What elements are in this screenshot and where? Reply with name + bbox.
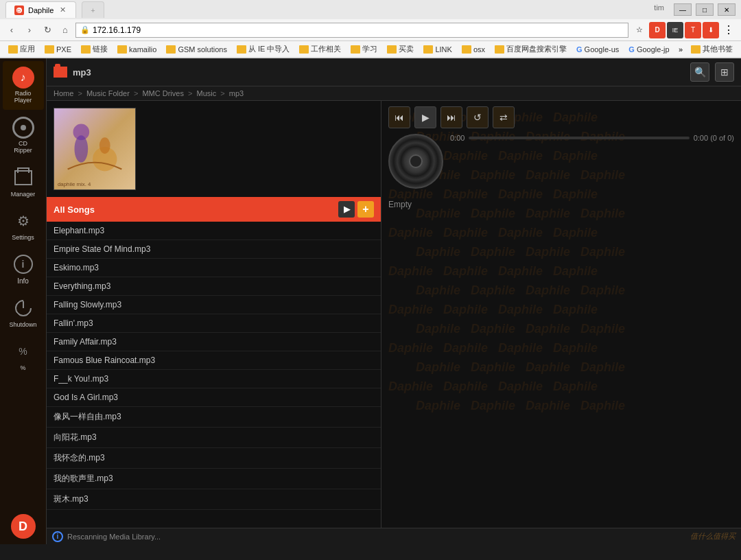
sidebar-item-radio-player[interactable]: ♪ RadioPlayer [3,61,44,110]
list-item[interactable]: God Is A Girl.mp3 [47,388,381,407]
bm-label: 应用 [20,44,35,54]
sidebar-item-info[interactable]: i Info [3,248,44,290]
maximize-btn[interactable]: □ [696,3,714,16]
bm-label-11: osx [473,45,485,54]
breadcrumb-home[interactable]: Home [54,89,73,97]
sidebar-item-manager[interactable]: Manager [3,161,44,203]
nav-bar: ‹ › ↻ ⌂ 🔒 172.16.1.179 ☆ D IE T ⬇ ⋮ [0,19,741,41]
back-btn[interactable]: ‹ [4,23,19,38]
list-item[interactable]: 斑木.mp3 [47,489,381,510]
bm-folder-icon-8 [351,45,360,54]
ext-icon-3[interactable]: T [685,22,701,38]
list-item[interactable]: 我的歌声里.mp3 [47,469,381,489]
sidebar-item-shutdown[interactable]: Shutdown [3,292,44,334]
bm-work[interactable]: 工作相关 [295,43,345,56]
list-item[interactable]: Elephant.mp3 [47,222,381,240]
breadcrumb-mmc-drives[interactable]: MMC Drives [142,89,184,97]
breadcrumb-music[interactable]: Music [197,89,217,97]
song-name: God Is A Girl.mp3 [54,393,118,402]
progress-bar[interactable] [469,137,689,139]
repeat-btn[interactable]: ↺ [467,106,489,128]
sidebar-item-percent[interactable]: % % [3,335,44,377]
list-item[interactable]: Eskimo.mp3 [47,259,381,277]
close-btn[interactable]: ✕ [718,3,736,16]
bm-other[interactable]: 其他书签 [687,43,737,56]
status-right: 值什么值得买 [690,531,736,541]
bm-buy[interactable]: 买卖 [383,43,418,56]
window-user: tim [654,3,664,16]
sidebar-item-settings[interactable]: ⚙ Settings [3,205,44,246]
ext-icon-4[interactable]: ⬇ [703,22,719,38]
breadcrumb-mp3[interactable]: mp3 [229,89,244,97]
svg-point-5 [75,135,89,162]
song-name: Empire State Of Mind.mp3 [54,244,150,254]
list-item[interactable]: Empire State Of Mind.mp3 [47,240,381,259]
bm-linkf[interactable]: LINK [419,43,456,56]
bm-folder-icon [8,45,18,54]
tab-label: Daphile [28,6,54,14]
bm-folder-icon-5 [166,45,176,54]
bm-apps[interactable]: 应用 [4,43,39,56]
bm-import[interactable]: 从 IE 中导入 [233,43,294,56]
breadcrumb-music-folder[interactable]: Music Folder [86,89,130,97]
home-btn[interactable]: ⌂ [58,23,73,38]
file-browser-header: mp3 🔍 ⊞ [47,58,741,86]
tab-close-btn[interactable]: ✕ [58,5,67,15]
address-bar[interactable]: 🔒 172.16.1.179 [75,23,628,38]
list-item[interactable]: Family Affair.mp3 [47,333,381,351]
reload-btn[interactable]: ↻ [40,23,55,38]
window-controls: tim — □ ✕ [654,3,736,16]
tab-favicon: D [14,5,24,15]
list-item[interactable]: 我怀念的.mp3 [47,448,381,469]
sidebar-item-cd-ripper[interactable]: CDRipper [3,111,44,160]
menu-btn[interactable]: ⋮ [720,22,737,38]
list-item[interactable]: Fallin'.mp3 [47,314,381,333]
bm-gsm[interactable]: GSM solutions [162,43,231,56]
watermark-corner-text: 值什么值得买 [690,531,736,541]
forward-btn[interactable]: › [22,23,37,38]
star-btn[interactable]: ☆ [631,22,648,38]
skip-back-btn[interactable]: ⏮ [388,106,410,128]
bm-link[interactable]: 链接 [77,43,112,56]
bm-google-jp[interactable]: G Google-jp [624,43,673,56]
ext-icon-1[interactable]: D [649,22,666,38]
bm-osx[interactable]: osx [458,43,489,56]
list-item[interactable]: Famous Blue Raincoat.mp3 [47,351,381,370]
browser-tab[interactable]: D Daphile ✕ [5,1,76,18]
list-item[interactable]: Falling Slowly.mp3 [47,296,381,314]
all-songs-add-btn[interactable]: + [357,201,374,218]
daphile-logo[interactable]: D [11,514,36,539]
bm-folder-icon-9 [387,45,397,54]
album-art: daphile mix. 4 [54,108,136,190]
minimize-btn[interactable]: — [674,3,692,16]
status-bar: i Rescanning Media Library... 值什么值得买 [47,528,741,544]
power-icon [12,297,34,319]
list-item[interactable]: F__k You!.mp3 [47,370,381,388]
bm-label-3: 链接 [93,44,108,54]
vinyl-disc [388,134,443,189]
bm-baidu[interactable]: 百度网盘搜索引擎 [491,43,571,56]
bm-folder-icon-10 [423,45,433,54]
bm-kamailio[interactable]: kamailio [113,43,161,56]
list-item[interactable]: 像风一样自由.mp3 [47,407,381,428]
search-btn[interactable]: 🔍 [690,62,709,82]
main-split: daphile mix. 4 All Songs ▶ + [47,101,741,528]
all-songs-row[interactable]: All Songs ▶ + [47,197,381,222]
svg-text:D: D [17,8,21,13]
grid-btn[interactable]: ⊞ [715,62,734,82]
bm-folder-icon-12 [495,45,504,54]
new-tab[interactable]: + [82,1,104,18]
bm-pxe[interactable]: PXE [40,43,75,56]
list-item[interactable]: Everything.mp3 [47,277,381,296]
list-item[interactable]: 向阳花.mp3 [47,428,381,448]
play-btn[interactable]: ▶ [414,106,436,128]
song-name: Famous Blue Raincoat.mp3 [54,355,155,365]
shuffle-btn[interactable]: ⇄ [493,106,515,128]
song-name: Falling Slowly.mp3 [54,300,121,310]
all-songs-play-btn[interactable]: ▶ [338,201,355,218]
bm-google-us[interactable]: G Google-us [572,43,623,56]
bookmarks-more-btn[interactable]: » [676,44,685,55]
skip-forward-btn[interactable]: ⏭ [440,106,462,128]
bm-study[interactable]: 学习 [346,43,381,56]
ext-icon-2[interactable]: IE [667,22,683,38]
